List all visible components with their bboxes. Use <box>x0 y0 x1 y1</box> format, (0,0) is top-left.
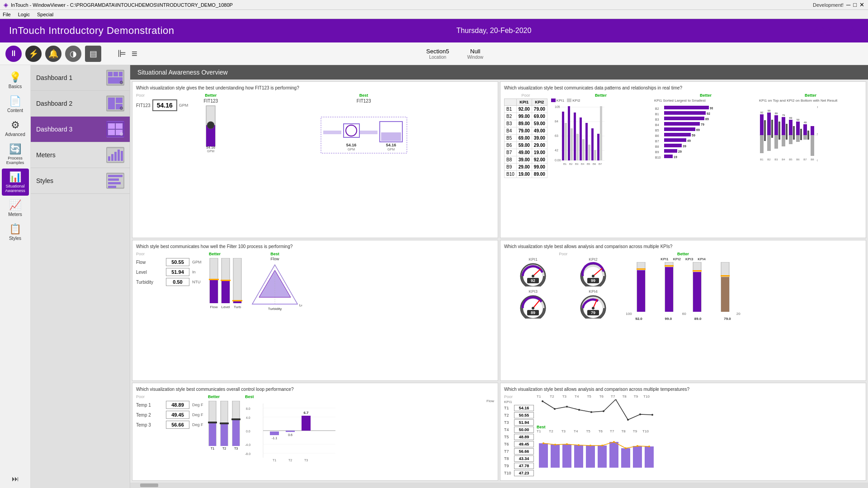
svg-text:4.0: 4.0 <box>246 416 250 419</box>
svg-text:69: 69 <box>696 128 700 131</box>
panel-fit123: Which visualization style gives the best… <box>132 81 498 238</box>
svg-rect-132 <box>811 135 814 156</box>
kpi-bar-x-79: 79.0 <box>724 317 731 321</box>
minimize-btn[interactable]: ─ <box>846 1 850 8</box>
svg-rect-82 <box>664 122 700 126</box>
menu-special[interactable]: Special <box>37 12 53 17</box>
sidebar-item-meters[interactable]: 📈 Meters <box>2 197 29 220</box>
kpi-th-blank <box>505 99 517 106</box>
close-btn[interactable]: ✕ <box>859 1 864 8</box>
flow-best-label: Flow <box>248 257 302 261</box>
svg-text:Turbidity: Turbidity <box>268 307 282 311</box>
temp-row-value: 49.45 <box>514 441 534 447</box>
svg-text:B5: B5 <box>655 129 659 132</box>
maximize-btn[interactable]: □ <box>853 1 857 8</box>
svg-rect-31 <box>323 131 341 134</box>
kpi-row-label: B9 <box>505 164 517 171</box>
kpi-row-label: B8 <box>505 156 517 164</box>
funnel-icon[interactable]: ⊫ <box>118 48 126 60</box>
svg-point-181 <box>592 307 594 310</box>
kpi2-vbar-svg <box>665 262 674 312</box>
filter-triangle-section: Best Flow Turbidity Level <box>248 252 302 312</box>
dashboard3-gear-icon: ⚙ <box>119 131 123 136</box>
poor-label-filter: Poor <box>136 252 203 256</box>
svg-text:89: 89 <box>531 310 535 315</box>
svg-text:B2: B2 <box>569 163 573 165</box>
circle-half-button[interactable]: ◑ <box>65 46 81 62</box>
temp-row-label: T9 <box>504 464 512 468</box>
level-bar-label: Level <box>221 305 231 309</box>
nav-dashboard3[interactable]: Dashboard 3 ⚙ <box>31 117 130 142</box>
list-icon[interactable]: ≡ <box>132 48 137 60</box>
svg-rect-108 <box>767 135 771 151</box>
h-scrollbar[interactable] <box>130 483 868 488</box>
gauge-kpi2: KPI2 99 <box>564 257 623 287</box>
svg-rect-61 <box>591 128 594 160</box>
svg-text:6.7: 6.7 <box>303 411 309 415</box>
sidebar-item-situational[interactable]: 📊 Situational Awareness <box>2 169 29 196</box>
nav-dashboard1[interactable]: Dashboard 1 ⚙ <box>31 65 130 91</box>
fit123-label: FIT123 <box>136 103 151 108</box>
kpi-table-row: B749.0019.00 <box>505 149 547 156</box>
menu-logic[interactable]: Logic <box>18 12 30 17</box>
svg-text:B6: B6 <box>796 158 800 161</box>
kpi-th-kpi1: KPI1 <box>516 99 532 106</box>
svg-rect-120 <box>789 135 793 144</box>
level-value: 51.94 <box>166 268 189 276</box>
nav-dashboard2[interactable]: Dashboard 2 ⚙ <box>31 91 130 117</box>
svg-rect-56 <box>576 134 579 160</box>
svg-point-175 <box>532 307 534 310</box>
pause-button[interactable]: ⏸ <box>5 46 22 62</box>
svg-text:Level: Level <box>299 303 302 307</box>
styles-icon: 📋 <box>9 223 21 235</box>
bell-button[interactable]: 🔔 <box>45 46 61 62</box>
svg-rect-7 <box>116 98 123 103</box>
svg-rect-124 <box>796 135 800 142</box>
lightning-button[interactable]: ⚡ <box>25 46 42 62</box>
hbar-svg: B299 B192 B389 B479 B569 B659 B749 B839 … <box>654 103 713 167</box>
svg-point-245 <box>542 442 544 444</box>
nav-styles[interactable]: Styles <box>31 168 130 194</box>
skip-button[interactable]: ⏭ <box>6 474 24 484</box>
svg-text:T1: T1 <box>273 459 276 462</box>
sidebar-item-basics[interactable]: 💡 Basics <box>2 69 29 92</box>
h-scroll-thumb[interactable] <box>140 483 158 487</box>
gauge-kpi4: KPI4 79 <box>564 289 623 319</box>
triangle-svg: Turbidity Level <box>248 261 302 311</box>
sidebar-item-process[interactable]: 🔄 Process Examples <box>2 141 29 168</box>
kpi-table-row: B479.0049.00 <box>505 127 547 135</box>
svg-text:42: 42 <box>555 149 558 152</box>
menu-file[interactable]: File <box>3 12 11 17</box>
nav-styles-label: Styles <box>36 177 53 184</box>
svg-rect-113 <box>778 122 780 140</box>
nav-meters[interactable]: Meters <box>31 142 130 168</box>
temp-row-label: T8 <box>504 456 512 461</box>
nav-dashboard2-label: Dashboard 2 <box>36 100 72 107</box>
svg-text:B1: B1 <box>563 163 567 165</box>
sidebar-item-styles[interactable]: 📋 Styles <box>2 221 29 244</box>
svg-text:-4.0: -4.0 <box>245 443 250 446</box>
sidebar-item-content[interactable]: 📄 Content <box>2 93 29 116</box>
fit123-unit: GPM <box>179 103 189 108</box>
t5-top-label: T5 <box>587 394 591 399</box>
temp-row-value: 51.94 <box>514 419 534 426</box>
svg-text:B8: B8 <box>811 158 814 161</box>
svg-rect-149 <box>221 280 231 281</box>
gauge-kpi1-svg: 92 <box>517 262 549 286</box>
panel-kpi-title: Which visualization style best communica… <box>504 85 862 90</box>
kpi-th-kpi2: KPI2 <box>532 99 547 106</box>
kpi-table-row: B569.0039.00 <box>505 135 547 142</box>
kpi3-vbar-svg <box>693 262 702 312</box>
temp1-label: Temp 1 <box>136 403 163 408</box>
sidebar-item-advanced[interactable]: ⚙ Advanced <box>2 117 29 140</box>
kpi2-cell: 99.00 <box>532 164 547 171</box>
nav-dashboard3-label: Dashboard 3 <box>36 126 72 133</box>
temp-row-label: T4 <box>504 427 512 432</box>
toolbar: ⏸ ⚡ 🔔 ◑ ▤ ⊫ ≡ Section5 Location Null Win… <box>0 42 868 65</box>
t8-bot-label: T8 <box>621 429 625 433</box>
window-value: Null <box>467 48 483 55</box>
dashboard2-gear-icon: ⚙ <box>119 106 123 111</box>
nav-dashboard3-icon: ⚙ <box>106 121 124 137</box>
monitor-button[interactable]: ▤ <box>85 46 101 62</box>
t2-top-label: T2 <box>550 394 554 399</box>
